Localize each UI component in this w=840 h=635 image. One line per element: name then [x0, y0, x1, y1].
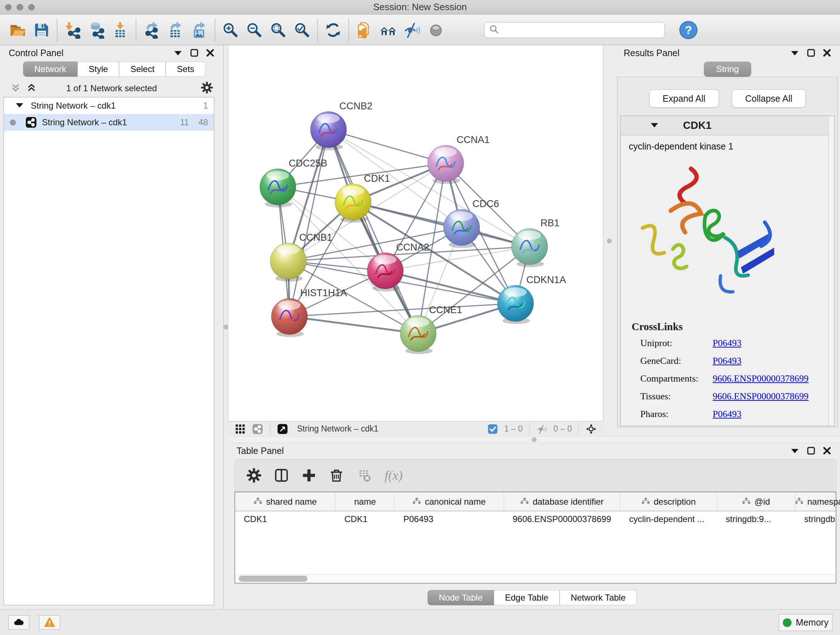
column-header-namespace[interactable]: namespace	[796, 492, 840, 511]
import-table-button[interactable]	[109, 17, 133, 43]
network-options-gear-icon[interactable]	[201, 81, 213, 95]
crosslink-link[interactable]: P06493	[713, 356, 741, 366]
table-horizontal-scrollbar[interactable]	[235, 574, 836, 583]
network-collection-row[interactable]: String Network – cdk1 1	[4, 97, 214, 114]
node-CCNB2[interactable]: CCNB2	[310, 101, 373, 150]
collection-expand-icon[interactable]	[15, 101, 24, 111]
column-header-shared-name[interactable]: shared name	[235, 492, 336, 511]
show-columns-icon[interactable]	[271, 465, 292, 486]
edge-CDK1-RB1[interactable]	[353, 202, 530, 247]
refresh-button[interactable]	[321, 17, 345, 43]
save-session-button[interactable]	[30, 17, 54, 43]
network-overview-icon[interactable]	[250, 423, 265, 435]
results-float-icon[interactable]	[807, 49, 815, 57]
table-cell[interactable]: P06493	[395, 511, 504, 527]
crosslink-link[interactable]: P06493	[713, 338, 741, 348]
table-row[interactable]: CDK1CDK1P064939606.ENSP00000378699cyclin…	[235, 511, 836, 527]
hide-selected-button[interactable]	[400, 17, 424, 43]
minimize-window-button[interactable]	[17, 4, 23, 11]
panel-float-icon[interactable]	[190, 49, 199, 57]
collapse-tree-icon[interactable]	[10, 82, 21, 95]
warnings-button[interactable]	[39, 615, 60, 630]
node-table[interactable]: shared namenamecanonical namedatabase id…	[234, 492, 836, 584]
search-field[interactable]	[484, 22, 665, 38]
expand-tree-icon[interactable]	[26, 82, 37, 95]
zoom-in-button[interactable]	[218, 17, 242, 43]
edge-HIST1H1A-CCNE1[interactable]	[289, 317, 418, 333]
export-image-button[interactable]	[187, 17, 211, 43]
table-cell[interactable]: stringdb	[796, 511, 840, 527]
table-options-gear-icon[interactable]	[243, 465, 264, 486]
node-CDK1[interactable]: CDK1	[335, 173, 390, 223]
help-button[interactable]: ?	[679, 20, 698, 40]
memory-button[interactable]: Memory	[779, 614, 832, 631]
export-table-button[interactable]	[164, 17, 187, 43]
first-neighbors-button[interactable]	[376, 17, 400, 43]
bottom-splitter-handle[interactable]	[532, 437, 537, 442]
grid-view-icon[interactable]	[233, 423, 248, 435]
column-header-canonical-name[interactable]: canonical name	[395, 492, 504, 511]
cloudstore-button[interactable]	[8, 615, 29, 630]
table-cell[interactable]: CDK1	[336, 511, 395, 527]
node-HIST1H1A[interactable]: HIST1H1A	[271, 287, 347, 337]
import-network-file-button[interactable]	[61, 17, 85, 43]
results-close-icon[interactable]	[823, 49, 831, 57]
table-cell[interactable]: cyclin-dependent ...	[621, 511, 717, 527]
open-session-button[interactable]	[6, 17, 30, 43]
zoom-out-button[interactable]	[242, 17, 266, 43]
column-header-name[interactable]: name	[336, 492, 395, 511]
selected-nodes-checkbox[interactable]	[485, 423, 500, 435]
zoom-window-button[interactable]	[28, 4, 35, 11]
results-menu-icon[interactable]	[790, 49, 799, 57]
crosslink-link[interactable]: 9606.ENSP00000378699	[713, 391, 808, 402]
delete-column-icon[interactable]	[326, 465, 347, 486]
new-network-from-selection-button[interactable]	[352, 17, 376, 43]
table-cell[interactable]: stringdb:9...	[717, 511, 796, 527]
import-network-database-button[interactable]	[85, 17, 109, 43]
node-CCNE1[interactable]: CCNE1	[400, 304, 462, 354]
table-menu-icon[interactable]	[790, 447, 799, 454]
gene-collapse-icon[interactable]	[650, 121, 659, 130]
column-header--id[interactable]: @id	[717, 492, 796, 511]
network-row[interactable]: String Network – cdk1 11 48	[4, 114, 214, 131]
add-column-icon[interactable]	[298, 465, 319, 486]
right-splitter-handle[interactable]	[607, 239, 612, 243]
edge-CCNB2-CCNA1[interactable]	[328, 130, 446, 163]
collapse-all-button[interactable]: Collapse All	[732, 89, 806, 108]
table-close-icon[interactable]	[823, 447, 831, 455]
crosslink-link[interactable]: 9606.ENSP00000378699	[713, 373, 808, 384]
tab-network[interactable]: Network	[23, 62, 77, 77]
hidden-items-icon[interactable]	[535, 423, 549, 435]
tab-network-table[interactable]: Network Table	[560, 590, 637, 605]
node-RB1[interactable]: RB1	[512, 218, 560, 267]
tab-node-table[interactable]: Node Table	[428, 590, 494, 605]
crosslink-link[interactable]: P06493	[713, 409, 741, 420]
search-input[interactable]	[502, 25, 660, 35]
birdseye-view-icon[interactable]	[584, 423, 598, 435]
table-cell[interactable]: CDK1	[235, 511, 336, 527]
table-cell[interactable]: 9606.ENSP00000378699	[504, 511, 621, 527]
zoom-selected-button[interactable]	[290, 17, 314, 43]
detach-view-icon[interactable]	[275, 423, 290, 435]
expand-all-button[interactable]: Expand All	[649, 89, 719, 108]
export-network-button[interactable]	[140, 17, 164, 43]
results-scrollbar[interactable]	[829, 116, 834, 426]
network-view[interactable]: CCNB2CCNA1CDC25BCDK1CDC6RB1CCNB1CCNA2CDK…	[228, 45, 603, 421]
column-header-description[interactable]: description	[621, 492, 717, 511]
tab-edge-table[interactable]: Edge Table	[494, 590, 560, 605]
tab-sets[interactable]: Sets	[166, 62, 205, 77]
grayscale-mode-button[interactable]	[424, 17, 448, 43]
node-CDC6[interactable]: CDC6	[444, 198, 499, 248]
column-header-database-identifier[interactable]: database identifier	[504, 492, 621, 511]
node-CDKN1A[interactable]: CDKN1A	[497, 274, 566, 324]
tab-select[interactable]: Select	[119, 62, 166, 77]
window-controls[interactable]	[5, 0, 35, 14]
table-float-icon[interactable]	[807, 447, 815, 455]
scrollbar-thumb[interactable]	[239, 576, 308, 582]
tab-style[interactable]: Style	[77, 62, 119, 77]
panel-close-icon[interactable]	[206, 49, 215, 57]
panel-menu-icon[interactable]	[173, 49, 183, 57]
edge-CCNB2-CCNE1[interactable]	[328, 130, 418, 333]
close-window-button[interactable]	[5, 4, 11, 11]
tab-string[interactable]: String	[704, 62, 752, 77]
